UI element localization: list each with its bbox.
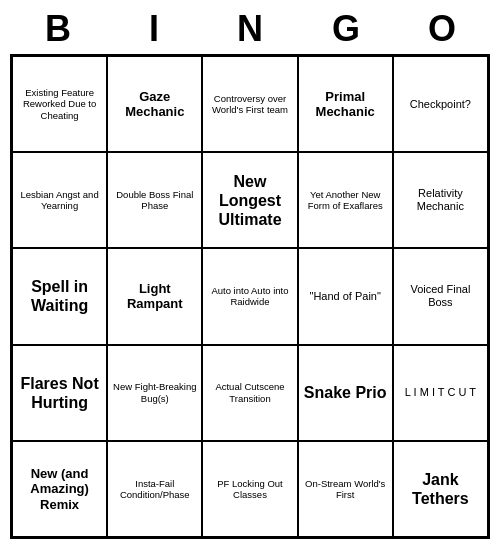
bingo-cell-15: Flares Not Hurting — [12, 345, 107, 441]
bingo-cell-22: PF Locking Out Classes — [202, 441, 297, 537]
bingo-letter-b: B — [14, 8, 102, 50]
bingo-cell-9: Relativity Mechanic — [393, 152, 488, 248]
bingo-grid: Existing Feature Reworked Due to Cheatin… — [10, 54, 490, 539]
bingo-cell-10: Spell in Waiting — [12, 248, 107, 344]
bingo-header: BINGO — [10, 0, 490, 54]
bingo-cell-12: Auto into Auto into Raidwide — [202, 248, 297, 344]
bingo-letter-o: O — [398, 8, 486, 50]
bingo-cell-1: Gaze Mechanic — [107, 56, 202, 152]
bingo-cell-7: New Longest Ultimate — [202, 152, 297, 248]
bingo-cell-4: Checkpoint? — [393, 56, 488, 152]
bingo-cell-18: Snake Prio — [298, 345, 393, 441]
bingo-cell-21: Insta-Fail Condition/Phase — [107, 441, 202, 537]
bingo-letter-g: G — [302, 8, 390, 50]
bingo-letter-i: I — [110, 8, 198, 50]
bingo-cell-5: Lesbian Angst and Yearning — [12, 152, 107, 248]
bingo-cell-2: Controversy over World's First team — [202, 56, 297, 152]
bingo-cell-8: Yet Another New Form of Exaflares — [298, 152, 393, 248]
bingo-cell-23: On-Stream World's First — [298, 441, 393, 537]
bingo-cell-24: Jank Tethers — [393, 441, 488, 537]
bingo-cell-13: "Hand of Pain" — [298, 248, 393, 344]
bingo-cell-6: Double Boss Final Phase — [107, 152, 202, 248]
bingo-cell-20: New (and Amazing) Remix — [12, 441, 107, 537]
bingo-cell-17: Actual Cutscene Transition — [202, 345, 297, 441]
bingo-cell-3: Primal Mechanic — [298, 56, 393, 152]
bingo-cell-19: L I M I T C U T — [393, 345, 488, 441]
bingo-cell-0: Existing Feature Reworked Due to Cheatin… — [12, 56, 107, 152]
bingo-cell-16: New Fight-Breaking Bug(s) — [107, 345, 202, 441]
bingo-cell-14: Voiced Final Boss — [393, 248, 488, 344]
bingo-letter-n: N — [206, 8, 294, 50]
bingo-cell-11: Light Rampant — [107, 248, 202, 344]
